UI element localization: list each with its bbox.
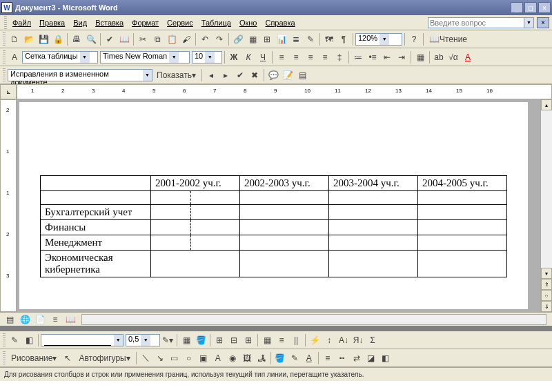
- grip-icon[interactable]: [3, 32, 6, 46]
- oval-icon[interactable]: ○: [182, 351, 196, 365]
- line-style-icon[interactable]: ≡: [321, 351, 335, 365]
- reading-view-icon[interactable]: 📖: [63, 313, 77, 326]
- outside-border-icon[interactable]: ▦: [179, 333, 193, 347]
- fill-color-icon[interactable]: 🪣: [273, 351, 287, 365]
- table-cell[interactable]: [418, 191, 507, 205]
- line-spacing-icon[interactable]: ‡: [333, 50, 346, 64]
- copy-icon[interactable]: ⧉: [150, 32, 164, 46]
- spellcheck-icon[interactable]: ✔: [103, 32, 117, 46]
- table-cell[interactable]: [151, 191, 240, 205]
- table-cell[interactable]: [329, 191, 418, 205]
- table-cell[interactable]: [329, 235, 418, 251]
- font-color-icon[interactable]: A: [302, 351, 316, 365]
- scroll-track[interactable]: [541, 110, 552, 268]
- table-cell[interactable]: [329, 205, 418, 220]
- textbox-icon[interactable]: ▣: [197, 351, 210, 365]
- align-left-icon[interactable]: ≡: [275, 50, 288, 64]
- save-icon[interactable]: 💾: [37, 32, 50, 46]
- hyperlink-icon[interactable]: 🔗: [231, 32, 245, 46]
- text-direction-icon[interactable]: ↕: [322, 333, 336, 347]
- shading-color-icon[interactable]: 🪣: [194, 333, 208, 347]
- table-cell[interactable]: [418, 205, 507, 220]
- menu-format[interactable]: Формат: [128, 17, 163, 28]
- table-cell[interactable]: [329, 220, 418, 235]
- grip-icon[interactable]: [3, 50, 6, 64]
- reading-button[interactable]: 📖 Чтение: [426, 32, 471, 46]
- highlight-icon[interactable]: ab: [432, 50, 446, 64]
- show-marks-icon[interactable]: ¶: [337, 32, 351, 46]
- drawing-icon[interactable]: ✎: [304, 32, 317, 46]
- grip-icon[interactable]: [4, 16, 7, 30]
- increase-indent-icon[interactable]: ⇥: [395, 50, 408, 64]
- align-center-icon[interactable]: ≡: [289, 50, 303, 64]
- grip-icon[interactable]: [3, 333, 6, 347]
- italic-icon[interactable]: К: [241, 50, 255, 64]
- numbered-list-icon[interactable]: ≔: [351, 50, 365, 64]
- prev-change-icon[interactable]: ◂: [204, 68, 218, 82]
- draw-menu-button[interactable]: Рисование ▾: [8, 351, 60, 365]
- vertical-ruler[interactable]: 21123: [0, 99, 17, 312]
- table-cell[interactable]: [240, 191, 329, 205]
- doc-map-icon[interactable]: 🗺: [322, 32, 336, 46]
- browse-select-icon[interactable]: ○: [541, 290, 552, 301]
- maximize-button[interactable]: □: [524, 2, 537, 13]
- select-objects-icon[interactable]: ↖: [61, 351, 75, 365]
- wordart-icon[interactable]: A: [211, 351, 225, 365]
- format-painter-icon[interactable]: 🖌: [179, 32, 193, 46]
- minimize-button[interactable]: _: [511, 2, 523, 13]
- close-button[interactable]: ×: [538, 2, 551, 13]
- chevron-down-icon[interactable]: ▼: [143, 70, 152, 81]
- table-cell[interactable]: [151, 235, 240, 251]
- dash-style-icon[interactable]: ┅: [335, 351, 349, 365]
- table-cell[interactable]: [418, 251, 507, 277]
- print-layout-icon[interactable]: 📄: [33, 313, 47, 326]
- chevron-down-icon[interactable]: ▼: [80, 52, 90, 63]
- menu-window[interactable]: Окно: [235, 17, 262, 28]
- borders-icon[interactable]: ▦: [413, 50, 427, 64]
- print-icon[interactable]: 🖶: [70, 32, 83, 46]
- table-cell[interactable]: Финансы: [41, 220, 151, 235]
- sort-asc-icon[interactable]: A↓: [337, 333, 351, 347]
- table-cell[interactable]: [151, 220, 240, 235]
- distribute-rows-icon[interactable]: ≡: [275, 333, 288, 347]
- grip-icon[interactable]: [3, 68, 6, 82]
- arrow-icon[interactable]: ↘: [153, 351, 167, 365]
- menu-table[interactable]: Таблица: [197, 17, 235, 28]
- clipart-icon[interactable]: 🖼: [240, 351, 254, 365]
- split-cells-icon[interactable]: ⊞: [241, 333, 255, 347]
- draw-table-icon[interactable]: ✎: [8, 333, 21, 347]
- cut-icon[interactable]: ✂: [136, 32, 150, 46]
- table-cell[interactable]: [240, 235, 329, 251]
- table-header-cell[interactable]: 2001-2002 уч.г.: [151, 176, 240, 191]
- border-color-icon[interactable]: ✎▾: [161, 333, 175, 347]
- table-header-cell[interactable]: 2003-2004 уч.г.: [329, 176, 418, 191]
- shadow-icon[interactable]: ◪: [364, 351, 378, 365]
- bold-icon[interactable]: Ж: [227, 50, 241, 64]
- line-style-combo[interactable]: ▼: [41, 334, 124, 346]
- line-weight-combo[interactable]: 0,5 ▼: [126, 334, 160, 346]
- menu-help[interactable]: Справка: [261, 17, 299, 28]
- menu-file[interactable]: Файл: [8, 17, 35, 28]
- scroll-down-icon[interactable]: ▾: [541, 268, 552, 279]
- line-color-icon[interactable]: ✎: [288, 351, 302, 365]
- help-input[interactable]: [428, 17, 524, 28]
- chevron-down-icon[interactable]: ▼: [379, 34, 389, 45]
- table-header-cell[interactable]: 2004-2005 уч.г.: [418, 176, 507, 191]
- 3d-icon[interactable]: ◧: [379, 351, 393, 365]
- doc-close-button[interactable]: ×: [537, 17, 549, 28]
- ruler-corner[interactable]: ⊾: [0, 84, 17, 99]
- insert-table-icon[interactable]: ⊞: [213, 333, 226, 347]
- open-icon[interactable]: 📂: [22, 32, 36, 46]
- table-cell[interactable]: [151, 205, 240, 220]
- align-right-icon[interactable]: ≡: [304, 50, 317, 64]
- table-header-cell[interactable]: 2002-2003 уч.г.: [240, 176, 329, 191]
- permissions-icon[interactable]: 🔒: [51, 32, 65, 46]
- reviewing-pane-icon[interactable]: ▤: [295, 68, 309, 82]
- chevron-down-icon[interactable]: ▼: [114, 335, 123, 346]
- page[interactable]: 2001-2002 уч.г.2002-2003 уч.г.2003-2004 …: [19, 102, 528, 309]
- decrease-indent-icon[interactable]: ⇤: [380, 50, 394, 64]
- help-dropdown-icon[interactable]: ▼: [524, 17, 534, 28]
- scroll-up-icon[interactable]: ▴: [541, 99, 552, 110]
- excel-icon[interactable]: 📊: [275, 32, 288, 46]
- bulleted-list-icon[interactable]: •≡: [366, 50, 379, 64]
